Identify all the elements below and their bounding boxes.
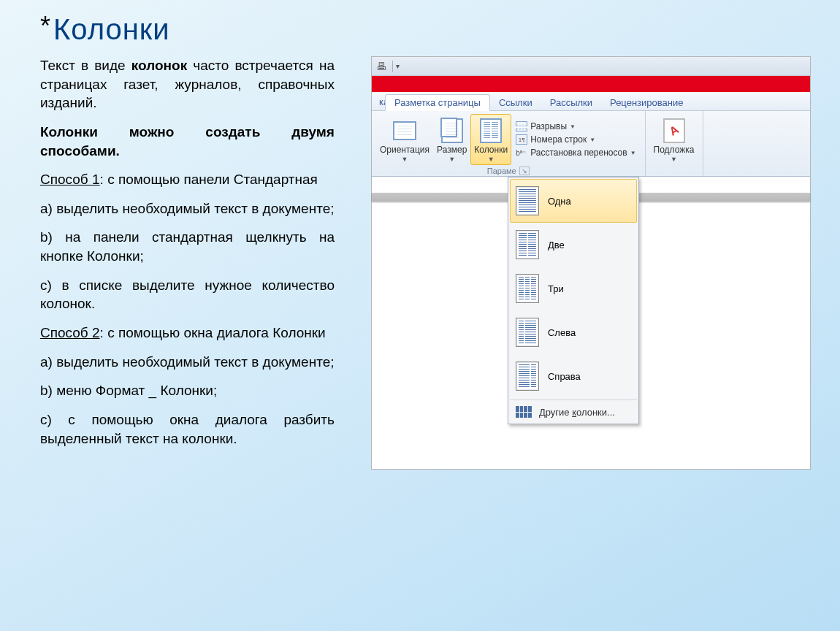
m2-a: a) выделить необходимый текст в документ…	[40, 353, 335, 372]
size-button[interactable]: Размер ▼	[433, 114, 470, 165]
columns-button[interactable]: Колонки ▼	[470, 114, 511, 165]
hyphenation-icon: bª⁻	[516, 148, 527, 158]
title-row: * Колонки	[40, 13, 811, 46]
slide-title: Колонки	[53, 13, 170, 46]
dropdown-separator	[510, 399, 637, 400]
columns-option-left[interactable]: Слева	[510, 310, 637, 354]
columns-option-right[interactable]: Справа	[510, 354, 637, 398]
quick-access-toolbar: 🖶 ▾	[372, 57, 810, 76]
columns-option-three[interactable]: Три	[510, 267, 637, 310]
chevron-down-icon: ▼	[488, 156, 495, 163]
text-column: Текст в виде колонок часто встречается н…	[40, 56, 335, 470]
group-page-setup: Ориентация ▼ Размер ▼ Колонки ▼	[372, 111, 646, 176]
chevron-down-icon: ▼	[671, 156, 677, 163]
chevron-down-icon: ▼	[630, 150, 636, 156]
breaks-icon	[516, 121, 527, 131]
three-column-icon	[516, 274, 539, 303]
page-setup-small: Разрывы▼ 1¶ Номера строк▼ bª⁻ Расстановк…	[511, 114, 640, 165]
tab-mailings[interactable]: Рассылки	[541, 95, 601, 110]
tab-review[interactable]: Рецензирование	[601, 95, 692, 110]
title-asterisk: *	[40, 11, 50, 42]
m1-b: b) на панели стандартная щелкнуть на кно…	[40, 228, 335, 265]
line-numbers-button[interactable]: 1¶ Номера строк▼	[516, 134, 635, 145]
columns-icon	[479, 119, 503, 142]
m2-b: b) меню Формат _ Колонки;	[40, 381, 335, 400]
document-area: Одна Две Три Слева	[372, 177, 810, 469]
group-page-background: A Подложка ▼	[646, 111, 703, 176]
watermark-icon: A	[663, 119, 686, 142]
word-screenshot: 🖶 ▾ ка Разметка страницы Ссылки Рассылки…	[371, 56, 811, 470]
content-row: Текст в виде колонок часто встречается н…	[40, 56, 811, 470]
tab-references[interactable]: Ссылки	[490, 95, 541, 110]
m1-c: c) в списке выделите нужное количество к…	[40, 276, 335, 313]
tab-partial-left[interactable]: ка	[372, 93, 385, 110]
slide-root: * Колонки Текст в виде колонок часто вст…	[0, 0, 840, 483]
orientation-icon	[393, 119, 416, 142]
qat-dropdown-icon[interactable]: ▾	[396, 62, 400, 70]
columns-option-two[interactable]: Две	[510, 223, 637, 267]
columns-dropdown: Одна Две Три Слева	[508, 177, 639, 424]
watermark-button[interactable]: A Подложка ▼	[650, 114, 698, 165]
m2-c: c) с помощью окна диалога разбить выделе…	[40, 410, 335, 448]
two-ways: Колонки можно создать двумя способами.	[40, 123, 335, 160]
qat-separator	[392, 61, 393, 72]
columns-option-one[interactable]: Одна	[510, 179, 637, 223]
size-icon	[440, 119, 464, 142]
method2-heading: Способ 2: с помощью окна диалога Колонки	[40, 324, 335, 343]
more-columns-icon	[516, 406, 532, 418]
left-column-icon	[516, 318, 539, 347]
print-icon[interactable]: 🖶	[376, 61, 386, 72]
ribbon-tabs: ка Разметка страницы Ссылки Рассылки Рец…	[372, 92, 810, 111]
more-columns-button[interactable]: Другие колонки...	[510, 402, 637, 422]
chevron-down-icon: ▼	[570, 123, 576, 130]
intro-paragraph: Текст в виде колонок часто встречается н…	[40, 56, 335, 112]
line-numbers-icon: 1¶	[516, 134, 527, 145]
one-column-icon	[516, 186, 539, 215]
method1-heading: Способ 1: с помощью панели Стандартная	[40, 170, 335, 189]
chevron-down-icon: ▼	[402, 156, 408, 163]
two-column-icon	[516, 230, 539, 259]
chevron-down-icon: ▼	[589, 137, 595, 143]
dialog-launcher-icon[interactable]: ↘	[519, 167, 530, 175]
right-column-icon	[516, 362, 539, 391]
hyphenation-button[interactable]: bª⁻ Расстановка переносов▼	[516, 148, 635, 158]
tab-page-layout[interactable]: Разметка страницы	[385, 94, 490, 111]
ribbon: Ориентация ▼ Размер ▼ Колонки ▼	[372, 111, 810, 177]
chevron-down-icon: ▼	[448, 156, 455, 163]
orientation-button[interactable]: Ориентация ▼	[376, 114, 433, 165]
more-columns-label: Другие колонки...	[539, 407, 615, 418]
title-bar	[372, 76, 810, 92]
group-label-page-setup: Параме ↘	[376, 167, 641, 175]
breaks-button[interactable]: Разрывы▼	[516, 121, 635, 131]
m1-a: a) выделить необходимый текст в документ…	[40, 199, 335, 218]
